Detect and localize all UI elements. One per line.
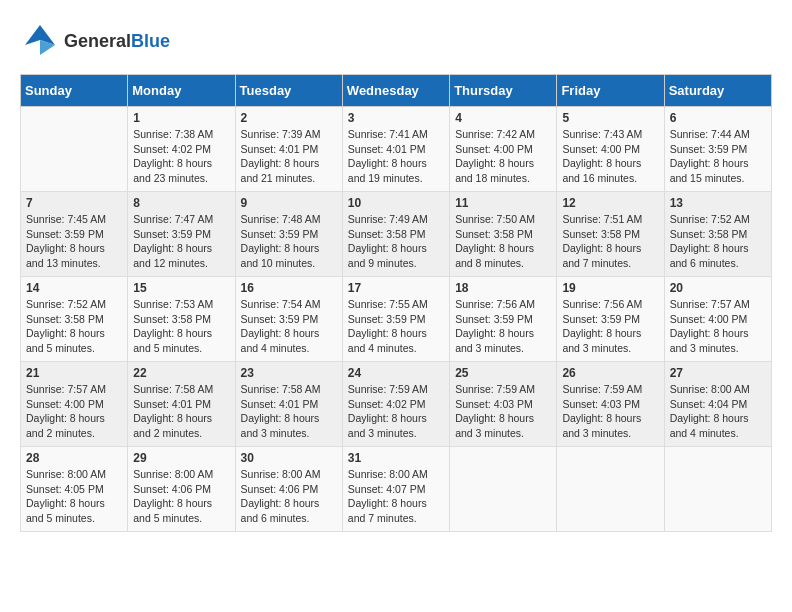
calendar-cell: 31Sunrise: 8:00 AMSunset: 4:07 PMDayligh… [342, 447, 449, 532]
cell-line: Sunrise: 7:57 AM [670, 298, 750, 310]
day-number: 8 [133, 196, 229, 210]
cell-line: Daylight: 8 hours and 15 minutes. [670, 157, 749, 184]
day-number: 31 [348, 451, 444, 465]
calendar-cell: 1Sunrise: 7:38 AMSunset: 4:02 PMDaylight… [128, 107, 235, 192]
day-number: 24 [348, 366, 444, 380]
cell-content: Sunrise: 8:00 AMSunset: 4:04 PMDaylight:… [670, 382, 766, 441]
calendar-cell [664, 447, 771, 532]
cell-line: Daylight: 8 hours and 2 minutes. [133, 412, 212, 439]
calendar-cell: 3Sunrise: 7:41 AMSunset: 4:01 PMDaylight… [342, 107, 449, 192]
cell-line: Sunrise: 7:59 AM [455, 383, 535, 395]
calendar-cell: 24Sunrise: 7:59 AMSunset: 4:02 PMDayligh… [342, 362, 449, 447]
cell-content: Sunrise: 7:59 AMSunset: 4:02 PMDaylight:… [348, 382, 444, 441]
cell-line: Sunrise: 8:00 AM [26, 468, 106, 480]
cell-line: Sunset: 3:59 PM [455, 313, 533, 325]
cell-line: Sunset: 3:58 PM [26, 313, 104, 325]
cell-content: Sunrise: 7:58 AMSunset: 4:01 PMDaylight:… [133, 382, 229, 441]
cell-line: Sunrise: 8:00 AM [241, 468, 321, 480]
day-header-friday: Friday [557, 75, 664, 107]
calendar-cell: 10Sunrise: 7:49 AMSunset: 3:58 PMDayligh… [342, 192, 449, 277]
cell-content: Sunrise: 7:39 AMSunset: 4:01 PMDaylight:… [241, 127, 337, 186]
cell-line: Sunset: 4:00 PM [562, 143, 640, 155]
day-number: 12 [562, 196, 658, 210]
cell-line: Daylight: 8 hours and 3 minutes. [670, 327, 749, 354]
day-number: 27 [670, 366, 766, 380]
calendar-cell: 30Sunrise: 8:00 AMSunset: 4:06 PMDayligh… [235, 447, 342, 532]
calendar-cell: 23Sunrise: 7:58 AMSunset: 4:01 PMDayligh… [235, 362, 342, 447]
cell-line: Sunset: 4:01 PM [133, 398, 211, 410]
cell-line: Sunset: 4:05 PM [26, 483, 104, 495]
week-row-2: 7Sunrise: 7:45 AMSunset: 3:59 PMDaylight… [21, 192, 772, 277]
cell-content: Sunrise: 7:50 AMSunset: 3:58 PMDaylight:… [455, 212, 551, 271]
cell-content: Sunrise: 7:58 AMSunset: 4:01 PMDaylight:… [241, 382, 337, 441]
cell-line: Daylight: 8 hours and 18 minutes. [455, 157, 534, 184]
day-number: 1 [133, 111, 229, 125]
cell-line: Sunset: 4:00 PM [670, 313, 748, 325]
calendar-cell: 26Sunrise: 7:59 AMSunset: 4:03 PMDayligh… [557, 362, 664, 447]
cell-line: Sunrise: 7:41 AM [348, 128, 428, 140]
cell-line: Sunset: 3:59 PM [241, 313, 319, 325]
day-number: 9 [241, 196, 337, 210]
cell-line: Sunset: 4:00 PM [26, 398, 104, 410]
cell-line: Sunset: 4:06 PM [133, 483, 211, 495]
cell-content: Sunrise: 7:44 AMSunset: 3:59 PMDaylight:… [670, 127, 766, 186]
cell-line: Daylight: 8 hours and 12 minutes. [133, 242, 212, 269]
cell-line: Sunrise: 8:00 AM [670, 383, 750, 395]
calendar-cell: 21Sunrise: 7:57 AMSunset: 4:00 PMDayligh… [21, 362, 128, 447]
calendar-cell: 16Sunrise: 7:54 AMSunset: 3:59 PMDayligh… [235, 277, 342, 362]
day-number: 13 [670, 196, 766, 210]
day-number: 20 [670, 281, 766, 295]
cell-line: Sunrise: 7:57 AM [26, 383, 106, 395]
day-header-tuesday: Tuesday [235, 75, 342, 107]
cell-line: Daylight: 8 hours and 3 minutes. [562, 327, 641, 354]
cell-content: Sunrise: 7:41 AMSunset: 4:01 PMDaylight:… [348, 127, 444, 186]
cell-content: Sunrise: 7:43 AMSunset: 4:00 PMDaylight:… [562, 127, 658, 186]
cell-content: Sunrise: 7:48 AMSunset: 3:59 PMDaylight:… [241, 212, 337, 271]
cell-content: Sunrise: 7:52 AMSunset: 3:58 PMDaylight:… [670, 212, 766, 271]
cell-content: Sunrise: 7:56 AMSunset: 3:59 PMDaylight:… [562, 297, 658, 356]
cell-line: Sunrise: 7:56 AM [562, 298, 642, 310]
cell-line: Sunset: 4:01 PM [241, 143, 319, 155]
cell-line: Sunrise: 7:53 AM [133, 298, 213, 310]
cell-line: Sunset: 3:58 PM [562, 228, 640, 240]
cell-content: Sunrise: 7:54 AMSunset: 3:59 PMDaylight:… [241, 297, 337, 356]
cell-line: Sunrise: 7:43 AM [562, 128, 642, 140]
day-number: 11 [455, 196, 551, 210]
cell-content: Sunrise: 7:42 AMSunset: 4:00 PMDaylight:… [455, 127, 551, 186]
day-number: 17 [348, 281, 444, 295]
day-number: 29 [133, 451, 229, 465]
cell-line: Daylight: 8 hours and 7 minutes. [562, 242, 641, 269]
cell-content: Sunrise: 7:55 AMSunset: 3:59 PMDaylight:… [348, 297, 444, 356]
week-row-1: 1Sunrise: 7:38 AMSunset: 4:02 PMDaylight… [21, 107, 772, 192]
cell-line: Sunrise: 7:51 AM [562, 213, 642, 225]
cell-content: Sunrise: 7:59 AMSunset: 4:03 PMDaylight:… [455, 382, 551, 441]
cell-line: Daylight: 8 hours and 10 minutes. [241, 242, 320, 269]
cell-line: Sunset: 3:59 PM [133, 228, 211, 240]
calendar-cell: 27Sunrise: 8:00 AMSunset: 4:04 PMDayligh… [664, 362, 771, 447]
cell-line: Daylight: 8 hours and 6 minutes. [670, 242, 749, 269]
cell-line: Sunrise: 7:59 AM [562, 383, 642, 395]
calendar-cell: 14Sunrise: 7:52 AMSunset: 3:58 PMDayligh… [21, 277, 128, 362]
day-number: 3 [348, 111, 444, 125]
cell-line: Daylight: 8 hours and 5 minutes. [133, 327, 212, 354]
cell-line: Sunrise: 7:47 AM [133, 213, 213, 225]
day-number: 14 [26, 281, 122, 295]
cell-line: Daylight: 8 hours and 21 minutes. [241, 157, 320, 184]
calendar-cell: 9Sunrise: 7:48 AMSunset: 3:59 PMDaylight… [235, 192, 342, 277]
cell-line: Sunrise: 7:39 AM [241, 128, 321, 140]
cell-line: Daylight: 8 hours and 3 minutes. [455, 327, 534, 354]
cell-line: Sunset: 4:02 PM [133, 143, 211, 155]
calendar-cell: 20Sunrise: 7:57 AMSunset: 4:00 PMDayligh… [664, 277, 771, 362]
cell-line: Sunrise: 7:56 AM [455, 298, 535, 310]
calendar-cell: 19Sunrise: 7:56 AMSunset: 3:59 PMDayligh… [557, 277, 664, 362]
cell-line: Sunrise: 7:44 AM [670, 128, 750, 140]
calendar-cell: 5Sunrise: 7:43 AMSunset: 4:00 PMDaylight… [557, 107, 664, 192]
cell-line: Sunset: 3:58 PM [455, 228, 533, 240]
day-number: 30 [241, 451, 337, 465]
cell-line: Sunrise: 7:58 AM [133, 383, 213, 395]
day-header-wednesday: Wednesday [342, 75, 449, 107]
cell-line: Sunrise: 7:55 AM [348, 298, 428, 310]
cell-line: Daylight: 8 hours and 5 minutes. [26, 327, 105, 354]
cell-line: Sunset: 3:59 PM [670, 143, 748, 155]
header-row: SundayMondayTuesdayWednesdayThursdayFrid… [21, 75, 772, 107]
